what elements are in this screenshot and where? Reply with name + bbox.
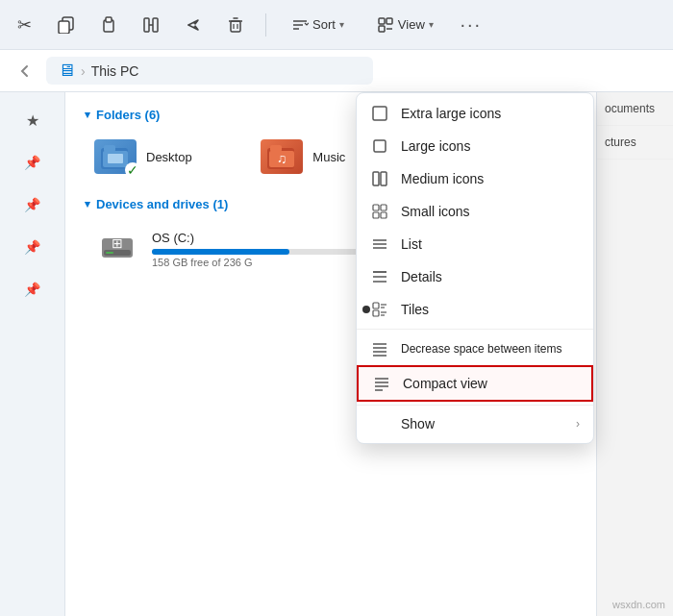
list-label: List [401,236,580,252]
svg-text:♫: ♫ [277,151,287,166]
menu-item-list[interactable]: List [357,228,593,260]
menu-item-medium[interactable]: Medium icons [357,162,593,195]
folder-item-desktop[interactable]: ✓ Desktop [85,132,243,182]
extra-large-label: Extra large icons [401,106,580,121]
svg-text:⊞: ⊞ [112,235,123,251]
toolbar-separator [265,13,266,37]
svg-rect-32 [373,172,379,185]
sidebar-item-pin1[interactable]: 📌 [8,144,58,181]
svg-rect-47 [373,310,379,316]
delete-button[interactable] [223,12,248,37]
copy-button[interactable] [54,12,79,37]
svg-rect-14 [379,18,385,24]
small-icon [370,203,389,220]
list-icon [370,235,389,253]
sidebar-item-star[interactable]: ★ [8,102,58,138]
menu-item-large[interactable]: Large icons [357,130,593,162]
dropdown-menu: Extra large icons Large icons Medium ico… [356,92,594,444]
menu-item-compact-view[interactable]: Compact view [357,365,593,402]
sidebar-item-pin2[interactable]: 📌 [8,186,58,223]
svg-rect-16 [379,26,385,32]
svg-rect-7 [231,21,240,32]
decrease-space-icon [370,340,389,357]
drives-label: Devices and drives (1) [96,197,228,211]
watermark: wsxdn.com [612,599,665,610]
menu-item-show[interactable]: Show › [357,408,593,439]
drives-chevron-icon: ▾ [85,198,90,210]
tiles-bullet [362,306,370,313]
pin2-icon: 📌 [24,197,40,212]
compact-view-label: Compact view [403,376,578,391]
tiles-label: Tiles [401,302,580,317]
tiles-icon [370,301,389,318]
music-folder-icon: ♫ [261,139,303,174]
show-arrow-icon: › [576,417,580,431]
svg-rect-35 [381,205,386,210]
path-separator: › [81,63,86,79]
rename-button[interactable] [138,12,163,37]
pin3-icon: 📌 [24,239,40,255]
view-label: View [398,17,425,32]
details-label: Details [401,269,580,284]
svg-rect-19 [104,145,115,152]
svg-rect-4 [144,18,149,32]
sort-chevron-icon: ▾ [339,19,344,30]
back-button[interactable] [12,58,38,85]
address-path[interactable]: 🖥 › This PC [46,57,373,85]
menu-item-tiles[interactable]: Tiles [357,293,593,326]
svg-rect-34 [373,205,379,210]
share-button[interactable] [181,12,206,37]
drive-c-progress-fill [152,249,289,255]
svg-rect-28 [106,252,113,254]
view-button[interactable]: View ▾ [369,12,441,37]
menu-item-decrease-space[interactable]: Decrease space between items [357,333,593,365]
svg-rect-15 [386,18,392,24]
folders-label: Folders (6) [96,108,160,122]
svg-rect-31 [374,140,386,152]
svg-rect-5 [153,18,158,32]
pin4-icon: 📌 [24,282,40,297]
extra-large-icon [370,105,389,122]
sidebar-item-pin4[interactable]: 📌 [8,271,58,308]
sidebar: ★ 📌 📌 📌 📌 [0,92,65,616]
toolbar: ✂ Sort ▾ View ▾ ··· [0,0,673,50]
folders-chevron-icon: ▾ [85,109,90,121]
right-item-pictures[interactable]: ctures [597,126,673,160]
path-text: This PC [91,63,139,79]
star-icon: ★ [26,111,39,130]
large-label: Large icons [401,138,580,154]
check-badge: ✓ [125,162,140,178]
medium-label: Medium icons [401,171,580,186]
large-icon [370,137,389,155]
sort-button[interactable]: Sort ▾ [284,12,352,37]
svg-rect-21 [108,154,123,163]
show-label: Show [401,416,564,431]
view-chevron-icon: ▾ [429,19,434,30]
medium-icon [370,170,389,187]
music-folder-name: Music [312,150,345,164]
menu-divider-2 [357,405,593,406]
right-column: ocuments ctures [596,92,673,616]
menu-divider-1 [357,329,593,330]
sort-label: Sort [312,17,336,32]
right-item-documents[interactable]: ocuments [597,92,673,126]
cut-button[interactable]: ✂ [12,12,37,37]
pin1-icon: 📌 [24,155,40,170]
details-icon [370,268,389,285]
desktop-folder-icon: ✓ [94,139,137,174]
svg-rect-30 [373,107,386,120]
more-button[interactable]: ··· [459,12,484,37]
menu-item-small[interactable]: Small icons [357,195,593,228]
svg-rect-3 [106,17,112,22]
sidebar-item-pin3[interactable]: 📌 [8,229,58,265]
pc-icon: 🖥 [58,61,75,81]
desktop-folder-name: Desktop [146,150,192,164]
paste-button[interactable] [96,12,121,37]
menu-item-details[interactable]: Details [357,260,593,293]
menu-item-extra-large[interactable]: Extra large icons [357,97,593,130]
small-label: Small icons [401,204,580,219]
svg-rect-37 [381,212,386,218]
svg-rect-33 [381,172,386,185]
drive-c-icon: ⊞ [94,229,140,269]
address-bar: 🖥 › This PC [0,50,673,92]
